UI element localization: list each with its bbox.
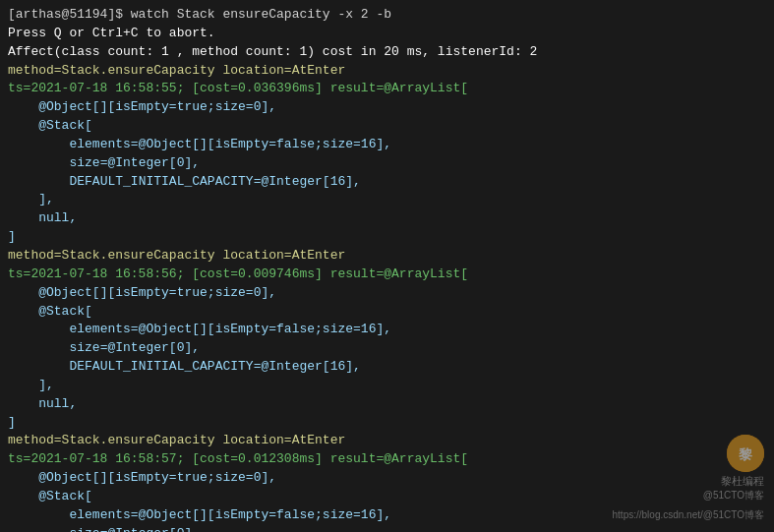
- line-11: ],: [8, 192, 54, 207]
- line-17: @Stack[: [8, 304, 92, 319]
- line-23: ]: [8, 415, 16, 430]
- svg-text:黎: 黎: [739, 446, 753, 462]
- line-20: DEFAULT_INITIAL_CAPACITY=@Integer[16],: [8, 359, 361, 374]
- line-16: @Object[][isEmpty=true;size=0],: [8, 285, 276, 300]
- line-5: ts=2021-07-18 16:58:55; [cost=0.036396ms…: [8, 81, 468, 95]
- terminal-output: [arthas@51194]$ watch Stack ensureCapaci…: [8, 6, 766, 532]
- line-29: size=@Integer[0],: [8, 526, 200, 532]
- terminal-window: [arthas@51194]$ watch Stack ensureCapaci…: [0, 0, 774, 532]
- line-10: DEFAULT_INITIAL_CAPACITY=@Integer[16],: [8, 174, 361, 189]
- watermark-icon: 黎: [727, 435, 764, 472]
- line-6: @Object[][isEmpty=true;size=0],: [8, 99, 276, 114]
- watermark: 黎 黎杜编程 @51CTO博客: [703, 435, 764, 502]
- line-25: ts=2021-07-18 16:58:57; [cost=0.012308ms…: [8, 451, 468, 466]
- line-7: @Stack[: [8, 118, 92, 133]
- line-14: method=Stack.ensureCapacity location=AtE…: [8, 248, 345, 263]
- watermark-label1: 黎杜编程: [721, 474, 764, 489]
- line-22: null,: [8, 396, 77, 411]
- line-2: Press Q or Ctrl+C to abort.: [8, 26, 215, 40]
- watermark-url: https://blog.csdn.net/@51CTO博客: [613, 508, 764, 522]
- watermark-label2: @51CTO博客: [703, 489, 764, 502]
- line-26: @Object[][isEmpty=true;size=0],: [8, 470, 276, 485]
- line-3: Affect(class count: 1 , method count: 1)…: [8, 44, 537, 59]
- line-8: elements=@Object[][isEmpty=false;size=16…: [8, 137, 391, 151]
- line-1: [arthas@51194]$ watch Stack ensureCapaci…: [8, 7, 391, 22]
- line-19: size=@Integer[0],: [8, 340, 200, 355]
- line-18: elements=@Object[][isEmpty=false;size=16…: [8, 322, 391, 336]
- line-21: ],: [8, 378, 54, 392]
- line-28: elements=@Object[][isEmpty=false;size=16…: [8, 507, 391, 522]
- line-24: method=Stack.ensureCapacity location=AtE…: [8, 433, 345, 447]
- line-12: null,: [8, 210, 77, 225]
- line-27: @Stack[: [8, 489, 92, 503]
- line-13: ]: [8, 229, 16, 244]
- line-9: size=@Integer[0],: [8, 155, 200, 170]
- line-15: ts=2021-07-18 16:58:56; [cost=0.009746ms…: [8, 266, 468, 281]
- line-4: method=Stack.ensureCapacity location=AtE…: [8, 63, 345, 78]
